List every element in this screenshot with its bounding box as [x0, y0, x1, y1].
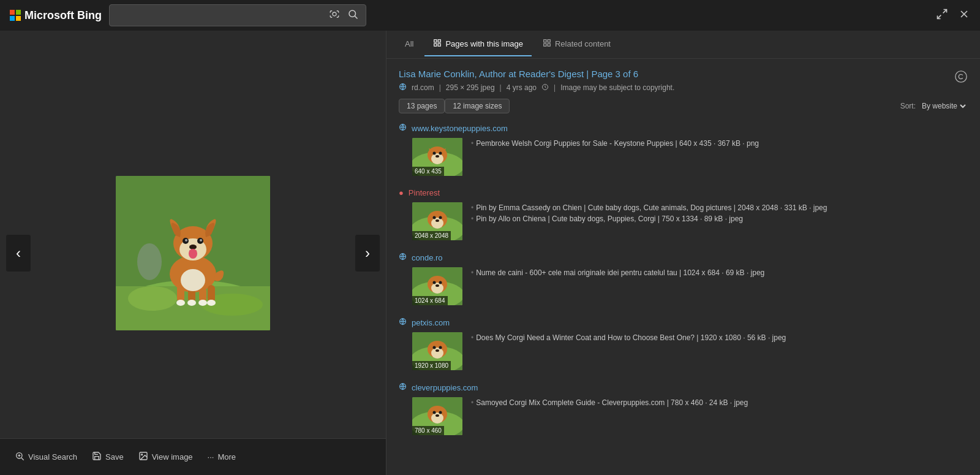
bing-logo: Microsoft Bing — [10, 9, 102, 22]
result-info: Lisa Marie Conklin, Author at Reader's D… — [386, 59, 980, 121]
thumb-size-label: 1024 x 684 — [412, 296, 448, 305]
view-image-label: View image — [152, 452, 193, 462]
item-link[interactable]: Does My Corgi Need a Winter Coat and How… — [476, 333, 786, 342]
site-name-petxis[interactable]: petxis.com — [412, 318, 450, 327]
svg-point-79 — [431, 348, 443, 359]
visual-search-label: Visual Search — [28, 452, 77, 462]
site-name-keystonepuppies[interactable]: www.keystonepuppies.com — [412, 124, 508, 133]
svg-point-61 — [431, 218, 443, 229]
search-box — [109, 4, 366, 26]
topbar: Microsoft Bing — [0, 0, 980, 31]
site-conde: conde.ro — [399, 253, 968, 305]
svg-point-29 — [189, 245, 197, 249]
svg-point-70 — [431, 283, 443, 294]
visual-search-button[interactable]: Visual Search — [15, 451, 77, 463]
item-link-2[interactable]: Pin by Allo on Chiena | Cute baby dogs, … — [476, 215, 743, 223]
site-name-conde[interactable]: conde.ro — [412, 253, 443, 262]
thumb-size-label: 780 x 460 — [412, 426, 444, 435]
svg-point-48 — [956, 71, 967, 82]
sort-area: Sort: By website — [900, 101, 968, 111]
svg-line-2 — [355, 16, 357, 18]
svg-point-88 — [431, 412, 443, 424]
item-description: Nume de caini - 600+ cele mai originale … — [471, 268, 968, 277]
camera-search-icon[interactable] — [328, 7, 341, 23]
site-petxis: petxis.com — [399, 317, 968, 370]
tab-all[interactable]: All — [396, 33, 422, 56]
site-header-pinterest: ● Pinterest — [399, 188, 968, 197]
view-image-icon — [138, 451, 148, 463]
svg-point-18 — [176, 300, 185, 306]
search-button[interactable] — [346, 7, 360, 23]
svg-point-21 — [207, 300, 216, 306]
sort-label: Sort: — [900, 102, 916, 110]
results-list: www.keystonepuppies.com — [386, 121, 980, 475]
search-input[interactable] — [116, 10, 328, 20]
tab-pages-label: Pages with this image — [445, 39, 522, 48]
svg-point-72 — [439, 281, 442, 284]
sort-dropdown[interactable]: By website — [919, 101, 968, 111]
tab-pages[interactable]: Pages with this image — [424, 32, 531, 56]
item-text: Nume de caini - 600+ cele mai originale … — [471, 267, 968, 279]
svg-rect-43 — [544, 44, 546, 46]
main-image — [116, 176, 270, 330]
site-header-petxis: petxis.com — [399, 317, 968, 327]
site-globe-icon — [399, 123, 407, 133]
more-button[interactable]: ··· More — [208, 452, 236, 462]
svg-point-80 — [433, 346, 436, 349]
site-name-pinterest[interactable]: Pinterest — [409, 188, 440, 197]
save-button[interactable]: Save — [92, 451, 124, 463]
search-icons — [328, 7, 360, 23]
tabs-bar: All Pages with this image — [386, 31, 980, 59]
site-header-conde: conde.ro — [399, 253, 968, 262]
pinterest-icon: ● — [399, 188, 404, 197]
thumb-size-label: 640 x 435 — [412, 167, 444, 176]
item-description: Samoyed Corgi Mix Complete Guide - Cleve… — [471, 398, 968, 407]
item-link-1[interactable]: Pin by Emma Cassedy on Chien | Cute baby… — [476, 203, 827, 212]
prev-image-button[interactable]: ‹ — [6, 235, 31, 272]
item-description-2: Pin by Allo on Chiena | Cute baby dogs, … — [471, 215, 968, 223]
site-globe-icon-conde — [399, 253, 407, 262]
result-title-link[interactable]: Lisa Marie Conklin, Author at Reader's D… — [399, 69, 674, 79]
svg-rect-38 — [439, 40, 441, 42]
site-name-cleverpuppies[interactable]: cleverpuppies.com — [412, 383, 478, 392]
svg-rect-17 — [208, 285, 215, 302]
tab-related[interactable]: Related content — [534, 32, 619, 56]
close-button[interactable] — [958, 8, 970, 23]
svg-point-12 — [137, 243, 162, 280]
item-link[interactable]: Nume de caini - 600+ cele mai originale … — [476, 268, 764, 277]
item-text: Pembroke Welsh Corgi Puppies for Sale - … — [471, 138, 968, 150]
item-description: Pembroke Welsh Corgi Puppies for Sale - … — [471, 139, 968, 148]
item-link[interactable]: Samoyed Corgi Mix Complete Guide - Cleve… — [476, 398, 748, 407]
next-image-button[interactable]: › — [355, 235, 380, 272]
globe-icon — [399, 83, 407, 93]
item-link[interactable]: Pembroke Welsh Corgi Puppies for Sale - … — [476, 139, 759, 148]
expand-button[interactable] — [936, 8, 948, 23]
thumb-container: 1024 x 684 — [412, 267, 462, 305]
bing-logo-grid — [10, 10, 21, 21]
svg-line-3 — [943, 9, 947, 13]
result-meta: rd.com | 295 × 295 jpeg | 4 yrs ago | — [399, 83, 674, 93]
save-icon — [92, 451, 102, 463]
site-pinterest: ● Pinterest — [399, 188, 968, 240]
svg-point-0 — [333, 12, 336, 16]
svg-rect-44 — [548, 44, 550, 46]
related-icon — [543, 39, 551, 49]
list-item: 2048 x 2048 Pin by Emma Cassedy on Chien… — [399, 202, 968, 240]
svg-rect-14 — [177, 285, 184, 302]
thumb-container: 640 x 435 — [412, 138, 462, 176]
svg-point-62 — [433, 216, 436, 219]
svg-rect-41 — [544, 40, 546, 42]
svg-point-55 — [433, 152, 436, 155]
image-viewer — [116, 176, 270, 330]
view-image-button[interactable]: View image — [138, 451, 193, 463]
svg-point-20 — [198, 300, 207, 306]
list-item: 780 x 460 Samoyed Corgi Mix Complete Gui… — [399, 397, 968, 435]
svg-point-81 — [439, 346, 442, 349]
svg-point-10 — [128, 286, 177, 311]
image-sizes-chip[interactable]: 12 image sizes — [445, 99, 510, 113]
pages-count-chip[interactable]: 13 pages — [399, 99, 445, 113]
copyright-icon — [954, 70, 968, 85]
visual-search-icon — [15, 451, 24, 463]
svg-point-27 — [185, 239, 187, 241]
result-age: 4 yrs ago — [507, 83, 537, 92]
